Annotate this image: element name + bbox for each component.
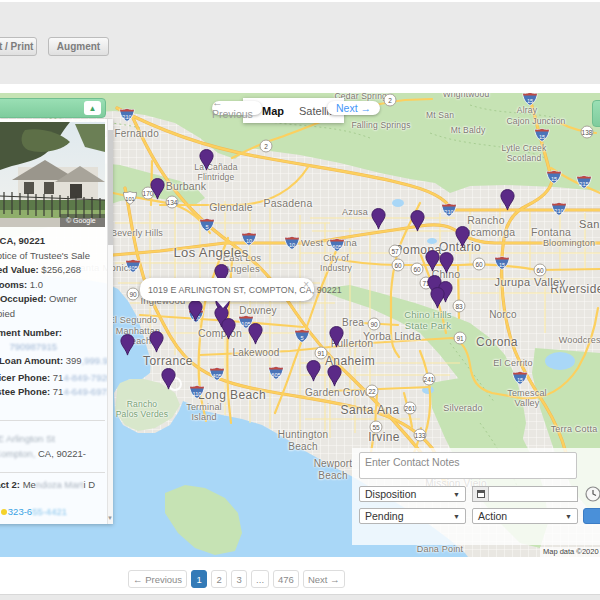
- status-dot-icon: [1, 509, 7, 515]
- collapse-up-icon[interactable]: ▲: [84, 101, 101, 115]
- map-label: Corona: [476, 336, 518, 350]
- map-label: Glendale: [209, 201, 253, 213]
- map-pin[interactable]: [150, 178, 165, 204]
- map-label: Cajon Junction: [506, 117, 565, 127]
- bottom-strip: [0, 594, 600, 600]
- highway-shield: 210: [119, 108, 135, 126]
- route-shield: 2: [384, 94, 397, 107]
- highway-shield: 210: [551, 202, 567, 220]
- map-pin[interactable]: [188, 300, 203, 326]
- pagination-item[interactable]: Next →: [303, 570, 345, 588]
- map-pin[interactable]: [248, 323, 263, 349]
- panel-field: Contact 2: Mendoza Marti D: [0, 479, 95, 490]
- highway-shield: 10: [284, 236, 300, 254]
- panel-field: Trustee Phone: 714-649-6973: [0, 386, 112, 397]
- highway-shield: 5: [294, 329, 310, 347]
- pagination-item[interactable]: 3: [231, 570, 247, 588]
- map-label: Huntington Beach: [278, 429, 328, 452]
- svg-text:5: 5: [205, 224, 208, 230]
- route-shield: 133: [414, 429, 427, 442]
- map-pin[interactable]: [120, 334, 135, 360]
- disposition-select[interactable]: Disposition▼: [359, 486, 466, 502]
- infowindow-close-icon[interactable]: ×: [303, 280, 309, 290]
- map-label: Silverado: [443, 403, 482, 413]
- svg-text:405: 405: [128, 265, 137, 271]
- panel-collapse-bar[interactable]: ▲: [0, 98, 106, 118]
- map-pin[interactable]: [149, 331, 164, 357]
- route-shield: 60: [392, 259, 405, 272]
- svg-text:210: 210: [554, 208, 563, 214]
- date-input[interactable]: [489, 486, 578, 502]
- map-label: Woodcrest: [559, 335, 600, 345]
- map-pin[interactable]: [327, 365, 342, 391]
- svg-text:© Google: © Google: [66, 217, 96, 225]
- map-pin[interactable]: [425, 250, 440, 276]
- right-panel-toggle[interactable]: [592, 100, 600, 127]
- svg-text:15: 15: [517, 377, 523, 383]
- pagination-item[interactable]: ...: [251, 570, 269, 588]
- map-label: Irvine: [368, 431, 400, 445]
- export-print-button[interactable]: Export / Print: [0, 37, 37, 56]
- route-shield: 241: [423, 373, 436, 386]
- map-pin[interactable]: [329, 326, 344, 352]
- pagination-item[interactable]: 476: [273, 570, 299, 588]
- svg-text:605: 605: [332, 244, 341, 250]
- route-shield: 60: [411, 263, 424, 276]
- contact-notes-input[interactable]: Enter Contact Notes: [359, 452, 577, 479]
- map-pin[interactable]: [306, 360, 321, 386]
- map-pin[interactable]: [199, 149, 214, 175]
- panel-scrollbar-thumb[interactable]: [108, 130, 113, 245]
- map-label: Newport Beach: [314, 458, 353, 481]
- map-pin[interactable]: [455, 226, 470, 252]
- action-select[interactable]: Action▼: [472, 508, 578, 524]
- map-pin[interactable]: [371, 208, 386, 234]
- panel-field: Occupied: [0, 308, 15, 319]
- map-label: Los Angeles: [173, 246, 248, 261]
- panel-field: Document Number:: [0, 327, 62, 338]
- panel-field: Loan Amount: 399,999.9: [0, 355, 108, 366]
- map-label: Fontana: [531, 226, 571, 238]
- svg-text:15: 15: [527, 98, 533, 104]
- highway-shield: 10: [241, 232, 257, 250]
- route-shield: 22: [366, 385, 379, 398]
- pagination-item[interactable]: 2: [211, 570, 227, 588]
- pending-select[interactable]: Pending▼: [359, 508, 466, 524]
- map-label: Mt San: [426, 111, 454, 121]
- map-previous-button[interactable]: ← Previous: [212, 101, 262, 115]
- map-pin[interactable]: [221, 318, 236, 344]
- clock-button[interactable]: [585, 486, 600, 502]
- toolbar-map-gap: [0, 84, 600, 93]
- pagination-bar: ← Previous123...476Next →: [0, 557, 600, 594]
- panel-field: Owner Occupied: Owner: [0, 293, 77, 304]
- highway-shield: 15: [522, 93, 538, 110]
- map-label: El Segundo: [109, 315, 158, 325]
- map-label: Azusa: [342, 207, 368, 217]
- map-label: Torrance: [143, 355, 193, 369]
- panel-field: Servicer Phone: 714-849-7920: [0, 372, 112, 383]
- panel-scrollbar-down-arrow[interactable]: ▼: [107, 514, 113, 523]
- map-next-button[interactable]: Next →: [327, 101, 380, 115]
- panel-divider: [0, 472, 105, 473]
- map-label: Terra Cotta: [551, 424, 598, 434]
- map-pin[interactable]: [430, 287, 445, 313]
- route-shield: 2: [260, 140, 273, 153]
- augment-button[interactable]: Augment: [48, 37, 109, 56]
- map-pin[interactable]: [161, 368, 176, 394]
- map-label: Brea: [342, 317, 364, 329]
- map-label: Beverly Hills: [111, 228, 163, 238]
- svg-text:15: 15: [551, 176, 557, 182]
- map-pin[interactable]: [410, 210, 425, 236]
- map-label: Temescal Valley: [507, 388, 547, 409]
- map-label: Scotland: [507, 154, 542, 164]
- highway-shield: 605: [268, 366, 284, 384]
- highway-shield: 605: [329, 238, 345, 256]
- pagination-item[interactable]: ← Previous: [128, 570, 187, 588]
- highway-shield: 110: [189, 385, 205, 403]
- infowindow-address: 1019 E ARLINGTON ST, COMPTON, CA, 90221: [140, 285, 342, 295]
- map-pin[interactable]: [500, 189, 515, 215]
- route-shield: 138: [581, 126, 594, 139]
- svg-text:605: 605: [271, 372, 280, 378]
- pagination-item[interactable]: 1: [191, 570, 207, 588]
- submit-button[interactable]: [583, 508, 600, 524]
- map-label: El Cerrito: [493, 358, 533, 368]
